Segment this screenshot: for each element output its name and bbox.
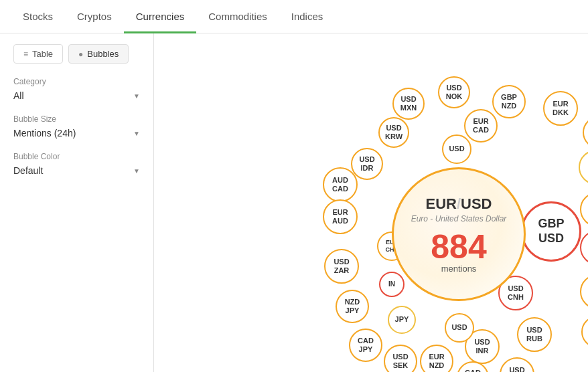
nav-stocks[interactable]: Stocks [11,0,65,33]
bubble-cad-jpy[interactable]: CADJPY [349,329,382,362]
sidebar: ≡ Table ● Bubbles Category All ▼ Bubble … [0,33,154,372]
bubble-eur-nzd[interactable]: EURNZD [420,345,453,372]
nav-commodities[interactable]: Commodities [196,0,279,33]
bubble-size-filter: Bubble Size Mentions (24h) ▼ [13,114,140,138]
center-mentions: 884 [431,230,486,264]
bubble-usd-zar[interactable]: USDZAR [324,249,359,284]
bubble-usd-rub[interactable]: USDRUB [517,317,552,352]
bubble-usd-bottom[interactable]: USD [445,313,474,343]
bubble-color-label: Bubble Color [13,152,140,161]
bubble-usd-try[interactable]: USDTRY [500,357,534,372]
nav-indices[interactable]: Indices [279,0,336,33]
center-name: Euro - United States Dollar [411,214,507,223]
table-toggle[interactable]: ≡ Table [13,44,63,64]
bubble-eur-gbp[interactable]: EURGBP [579,150,588,185]
bubble-aud-cad[interactable]: AUDCAD [323,167,358,202]
nav-cryptos[interactable]: Cryptos [65,0,124,33]
bubble-jpy[interactable]: JPY [388,306,416,334]
top-nav: Stocks Cryptos Currencies Commodities In… [0,0,588,33]
bubble-eur-dkk[interactable]: EURDKK [543,91,578,126]
bubble-eur-chf[interactable]: EURCHF [583,116,588,149]
bubble-usd-sek[interactable]: USDSEK [384,345,417,372]
center-pair: EUR/USD [425,195,492,213]
bubble-color-filter: Bubble Color Default ▼ [13,152,140,176]
bubbles-icon: ● [78,50,83,59]
bubble-size-label: Bubble Size [13,114,140,124]
category-select[interactable]: All ▼ [13,90,140,101]
content-area: ≡ Table ● Bubbles Category All ▼ Bubble … [0,33,588,372]
bubble-usd-idr[interactable]: USDIDR [351,148,383,180]
bubble-gbp-nzd[interactable]: GBPNZD [492,85,526,118]
category-label: Category [13,77,140,86]
table-icon: ≡ [23,50,28,59]
bubble-color-chevron-icon: ▼ [133,167,140,175]
bubble-size-chevron-icon: ▼ [133,130,140,137]
bubble-chart: USDMXN USDNOK GBPNZD EURDKK USDKRW EURCA… [154,33,588,372]
bubble-nzd-chf[interactable]: NZDCHF [581,316,588,348]
center-bubble-eur-usd[interactable]: EUR/USD Euro - United States Dollar 884 … [392,167,526,301]
view-toggles: ≡ Table ● Bubbles [13,44,140,64]
bubble-eur-aud[interactable]: EURAUD [323,199,358,234]
bubbles-toggle[interactable]: ● Bubbles [68,44,129,64]
bubble-nzd-usd[interactable]: NZDUSD [580,230,588,265]
bubble-color-select[interactable]: Default ▼ [13,165,140,176]
bubble-usd-cad[interactable]: USDCAD [580,274,588,309]
bubble-usd-top[interactable]: USD [442,134,471,164]
bubble-size-select[interactable]: Mentions (24h) ▼ [13,128,140,138]
bubble-usd-nok[interactable]: USDNOK [438,76,470,108]
category-chevron-icon: ▼ [133,92,140,100]
center-mentions-label: mentions [441,264,477,274]
secondary-bubble-gbp-usd[interactable]: GBPUSD [521,201,581,262]
category-filter: Category All ▼ [13,77,140,101]
bubble-in[interactable]: IN [379,272,405,297]
bubble-eur-cad[interactable]: EURCAD [464,109,498,143]
nav-currencies[interactable]: Currencies [124,0,197,33]
bubble-nzd-jpy[interactable]: NZDJPY [336,290,369,323]
bubble-usd-mxn[interactable]: USDMXN [392,88,425,120]
bubble-gbp-jpy[interactable]: GBPJPY [580,192,588,227]
bubble-usd-krw[interactable]: USDKRW [378,117,409,148]
